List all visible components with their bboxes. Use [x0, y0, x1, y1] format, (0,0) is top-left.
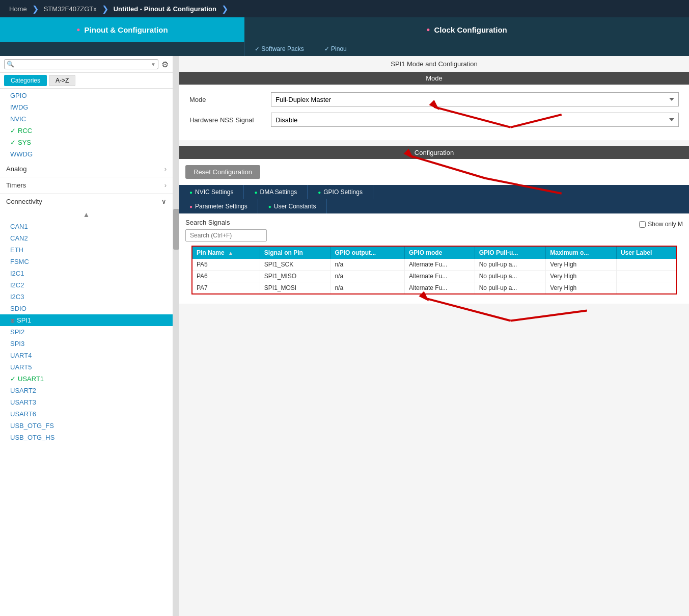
- table-cell: Alternate Fu...: [404, 282, 475, 294]
- table-cell: n/a: [330, 259, 405, 271]
- sidebar-item-i2c3[interactable]: I2C3: [0, 291, 173, 303]
- nav-current[interactable]: Untitled - Pinout & Configuration: [109, 5, 221, 13]
- nav-home[interactable]: Home: [5, 5, 31, 13]
- sidebar-item-usb-otg-hs[interactable]: USB_OTG_HS: [0, 432, 173, 443]
- config-tab-user-constants[interactable]: ● User Constants: [258, 199, 327, 213]
- user-constants-dot-icon: ●: [268, 204, 271, 209]
- timers-chevron-icon: ›: [164, 181, 167, 189]
- sidebar-item-usart2[interactable]: USART2: [0, 385, 173, 396]
- reset-config-button[interactable]: Reset Configuration: [185, 165, 260, 179]
- table-cell: PA5: [192, 259, 260, 271]
- content-area: SPI1 Mode and Configuration Mode Mode Fu…: [179, 56, 689, 616]
- mode-section: Mode Full-Duplex Master Hardware NSS Sig…: [179, 85, 689, 141]
- table-cell: [616, 259, 676, 271]
- parameter-dot-icon: ●: [189, 204, 192, 209]
- hardware-nss-select[interactable]: Disable: [271, 113, 679, 127]
- table-cell: PA7: [192, 282, 260, 294]
- sidebar-search-row: 🔍 ▼ ⚙: [0, 56, 173, 73]
- search-icon: 🔍: [7, 61, 14, 68]
- sidebar-item-nvic[interactable]: NVIC: [0, 113, 173, 125]
- table-cell: PA6: [192, 271, 260, 282]
- sidebar-item-i2c1[interactable]: I2C1: [0, 267, 173, 279]
- timers-group-header[interactable]: Timers ›: [0, 177, 173, 193]
- analog-label: Analog: [6, 165, 26, 173]
- sub-tab-software-packs[interactable]: ✓ Software Packs: [244, 42, 314, 56]
- col-gpio-mode[interactable]: GPIO mode: [404, 246, 475, 259]
- categories-tab[interactable]: Categories: [4, 75, 47, 86]
- table-row[interactable]: PA7SPI1_MOSIn/aAlternate Fu...No pull-up…: [192, 282, 676, 294]
- show-only-checkbox[interactable]: [639, 221, 646, 228]
- sidebar-item-can2[interactable]: CAN2: [0, 232, 173, 244]
- tab-pinout[interactable]: ● Pinout & Configuration: [0, 17, 244, 42]
- mode-row: Mode Full-Duplex Master: [189, 92, 679, 106]
- sub-tab-bar: ✓ Software Packs ✓ Pinou: [0, 42, 689, 56]
- sub-tab-pinout-short[interactable]: ✓ Pinou: [314, 42, 357, 56]
- sidebar-item-usart1[interactable]: ✓USART1: [0, 373, 173, 385]
- search-input[interactable]: [16, 61, 151, 68]
- col-gpio-output[interactable]: GPIO output...: [330, 246, 405, 259]
- table-cell: n/a: [330, 271, 405, 282]
- col-signal-on-pin[interactable]: Signal on Pin: [260, 246, 330, 259]
- sidebar-item-usart6[interactable]: USART6: [0, 408, 173, 420]
- nav-stm32[interactable]: STM32F407ZGTx: [40, 5, 101, 13]
- search-signals-label: Search Signals: [185, 219, 267, 226]
- table-cell: n/a: [330, 282, 405, 294]
- col-max-output[interactable]: Maximum o...: [546, 246, 617, 259]
- config-tab-nvic[interactable]: ● NVIC Settings: [179, 185, 244, 199]
- sidebar-item-sdio[interactable]: SDIO: [0, 303, 173, 314]
- mode-select[interactable]: Full-Duplex Master: [271, 92, 679, 106]
- connectivity-label: Connectivity: [6, 198, 42, 205]
- sidebar-item-gpio[interactable]: GPIO: [0, 90, 173, 101]
- config-tab-parameter[interactable]: ● Parameter Settings: [179, 199, 258, 213]
- search-signals-area: Search Signals Show only M Pin Name ▲ Si…: [179, 213, 689, 304]
- sidebar-scrollbar[interactable]: [173, 56, 179, 616]
- col-user-label[interactable]: User Label: [616, 246, 676, 259]
- mode-label: Mode: [189, 96, 271, 103]
- config-tab-gpio[interactable]: ● GPIO Settings: [308, 185, 373, 199]
- search-signals-input[interactable]: [185, 229, 267, 242]
- col-pin-name[interactable]: Pin Name ▲: [192, 246, 260, 259]
- top-nav: Home ❯ STM32F407ZGTx ❯ Untitled - Pinout…: [0, 0, 689, 17]
- sidebar-item-spi2[interactable]: SPI2: [0, 326, 173, 338]
- az-tab[interactable]: A->Z: [49, 75, 75, 86]
- sidebar-item-usart3[interactable]: USART3: [0, 396, 173, 408]
- sidebar-item-can1[interactable]: CAN1: [0, 221, 173, 232]
- signal-table: Pin Name ▲ Signal on Pin GPIO output... …: [191, 246, 677, 294]
- connectivity-section: Connectivity ∨ ▲ CAN1 CAN2 ETH FSMC I2C1…: [0, 194, 173, 444]
- sidebar-item-spi3[interactable]: SPI3: [0, 338, 173, 350]
- nvic-dot-icon: ●: [189, 190, 192, 195]
- sidebar-item-wwdg[interactable]: WWDG: [0, 148, 173, 160]
- table-cell: Alternate Fu...: [404, 271, 475, 282]
- sidebar-item-fsmc[interactable]: FSMC: [0, 256, 173, 267]
- table-cell: No pull-up a...: [475, 271, 546, 282]
- search-container: 🔍 ▼: [4, 59, 158, 69]
- tab-clock[interactable]: ● Clock Configuration: [244, 17, 689, 42]
- gear-icon[interactable]: ⚙: [161, 60, 169, 69]
- connectivity-header[interactable]: Connectivity ∨: [0, 194, 173, 209]
- scrollbar-thumb: [173, 209, 179, 250]
- nav-chevron-3: ❯: [222, 4, 228, 14]
- main-layout: 🔍 ▼ ⚙ Categories A->Z GPIO IWDG NVIC ✓RC…: [0, 56, 689, 616]
- dma-tab-label: DMA Settings: [260, 189, 297, 196]
- sidebar-item-spi1[interactable]: ⊗SPI1: [0, 314, 173, 326]
- spi1-error-dot: ⊗: [10, 317, 15, 324]
- config-tab-dma[interactable]: ● DMA Settings: [244, 185, 308, 199]
- dma-dot-icon: ●: [254, 190, 257, 195]
- sidebar-item-i2c2[interactable]: I2C2: [0, 279, 173, 291]
- dropdown-arrow-icon: ▼: [151, 62, 156, 67]
- sidebar-item-uart5[interactable]: UART5: [0, 361, 173, 373]
- parameter-tab-label: Parameter Settings: [195, 203, 247, 210]
- col-gpio-pull[interactable]: GPIO Pull-u...: [475, 246, 546, 259]
- sub-tab-left: [0, 42, 244, 56]
- sidebar-item-usb-otg-fs[interactable]: USB_OTG_FS: [0, 420, 173, 432]
- table-cell: SPI1_MOSI: [260, 282, 330, 294]
- analog-group-header[interactable]: Analog ›: [0, 161, 173, 177]
- sidebar-item-iwdg[interactable]: IWDG: [0, 101, 173, 113]
- sidebar-item-eth[interactable]: ETH: [0, 244, 173, 256]
- sidebar-item-uart4[interactable]: UART4: [0, 350, 173, 361]
- table-row[interactable]: PA6SPI1_MISOn/aAlternate Fu...No pull-up…: [192, 271, 676, 282]
- table-row[interactable]: PA5SPI1_SCKn/aAlternate Fu...No pull-up …: [192, 259, 676, 271]
- content-title: SPI1 Mode and Configuration: [179, 56, 689, 72]
- sidebar-item-rcc[interactable]: ✓RCC: [0, 125, 173, 137]
- sidebar-item-sys[interactable]: ✓SYS: [0, 137, 173, 148]
